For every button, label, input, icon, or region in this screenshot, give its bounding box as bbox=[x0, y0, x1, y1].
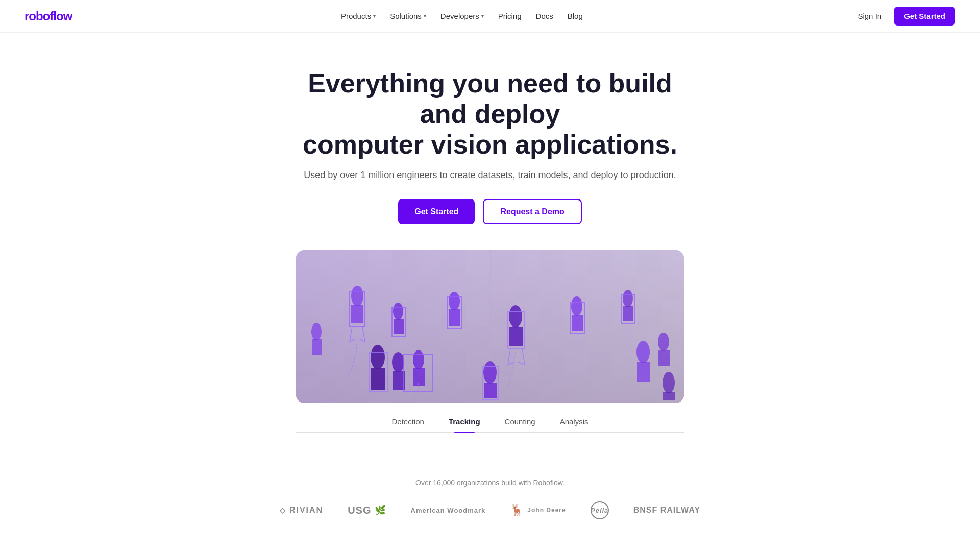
nav-blog[interactable]: Blog bbox=[561, 8, 589, 24]
logo-rivian: ◇ RIVIAN bbox=[280, 506, 323, 515]
nav-pricing[interactable]: Pricing bbox=[492, 8, 528, 24]
tab-counting[interactable]: Counting bbox=[493, 411, 548, 432]
chevron-down-icon: ▾ bbox=[481, 13, 484, 19]
rivian-diamond-icon: ◇ bbox=[280, 506, 286, 514]
hero-section: Everything you need to build and deploy … bbox=[0, 33, 980, 453]
logos-tagline: Over 16,000 organizations build with Rob… bbox=[10, 479, 970, 487]
hero-get-started-button[interactable]: Get Started bbox=[398, 199, 475, 224]
hero-buttons: Get Started Request a Demo bbox=[10, 199, 970, 224]
usg-leaf-icon: 🌿 bbox=[375, 505, 386, 516]
logo-american-woodmark: American Woodmark bbox=[411, 507, 486, 515]
hero-subtext: Used by over 1 million engineers to crea… bbox=[10, 170, 970, 181]
nav-solutions[interactable]: Solutions ▾ bbox=[384, 8, 432, 24]
nav-docs[interactable]: Docs bbox=[530, 8, 559, 24]
logo-pella: Pella bbox=[591, 501, 609, 519]
hero-demo-button[interactable]: Request a Demo bbox=[483, 199, 581, 224]
logo-john-deere: 🦌 John Deere bbox=[510, 504, 566, 517]
navbar: roboflow Products ▾ Solutions ▾ Develope… bbox=[0, 0, 980, 33]
nav-products[interactable]: Products ▾ bbox=[335, 8, 382, 24]
hero-headline: Everything you need to build and deploy … bbox=[286, 68, 694, 160]
demo-tabs: Detection Tracking Counting Analysis bbox=[296, 411, 684, 433]
demo-image bbox=[296, 250, 684, 403]
nav-get-started-button[interactable]: Get Started bbox=[894, 7, 955, 26]
tab-tracking[interactable]: Tracking bbox=[436, 411, 493, 432]
logos-section: Over 16,000 organizations build with Rob… bbox=[0, 453, 980, 535]
logo-bnsf: BNSF RAILWAY bbox=[633, 506, 700, 515]
nav-links: Products ▾ Solutions ▾ Developers ▾ Pric… bbox=[335, 8, 589, 24]
nav-developers[interactable]: Developers ▾ bbox=[434, 8, 490, 24]
tab-analysis[interactable]: Analysis bbox=[548, 411, 601, 432]
chevron-down-icon: ▾ bbox=[424, 13, 426, 19]
pella-circle-icon: Pella bbox=[591, 501, 609, 519]
tab-detection[interactable]: Detection bbox=[380, 411, 436, 432]
demo-overlay bbox=[296, 250, 684, 403]
signin-button[interactable]: Sign In bbox=[851, 8, 888, 24]
chevron-down-icon: ▾ bbox=[373, 13, 376, 19]
logos-row: ◇ RIVIAN USG 🌿 American Woodmark 🦌 John … bbox=[10, 501, 970, 519]
jd-deer-icon: 🦌 bbox=[510, 504, 524, 517]
demo-container: Detection Tracking Counting Analysis bbox=[296, 250, 684, 433]
logo-usg: USG 🌿 bbox=[348, 505, 386, 516]
nav-logo[interactable]: roboflow bbox=[24, 9, 72, 23]
nav-actions: Sign In Get Started bbox=[851, 7, 955, 26]
